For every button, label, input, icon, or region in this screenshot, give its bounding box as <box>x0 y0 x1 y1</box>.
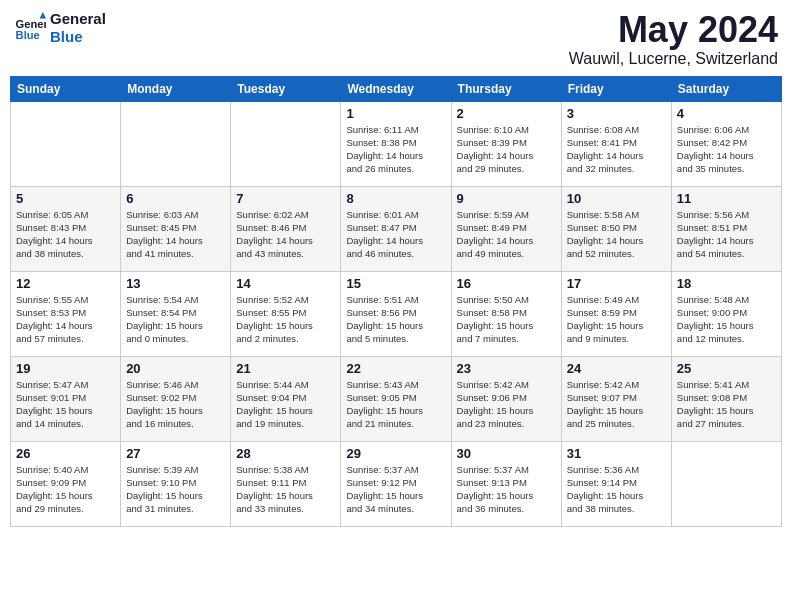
day-number: 29 <box>346 446 445 461</box>
day-number: 6 <box>126 191 225 206</box>
day-info: Sunrise: 5:55 AM Sunset: 8:53 PM Dayligh… <box>16 293 115 346</box>
calendar-cell: 23Sunrise: 5:42 AM Sunset: 9:06 PM Dayli… <box>451 356 561 441</box>
day-number: 2 <box>457 106 556 121</box>
location-subtitle: Wauwil, Lucerne, Switzerland <box>569 50 778 68</box>
day-number: 31 <box>567 446 666 461</box>
day-number: 21 <box>236 361 335 376</box>
day-number: 5 <box>16 191 115 206</box>
title-block: May 2024 Wauwil, Lucerne, Switzerland <box>569 10 778 68</box>
day-info: Sunrise: 5:50 AM Sunset: 8:58 PM Dayligh… <box>457 293 556 346</box>
calendar-header-monday: Monday <box>121 76 231 101</box>
day-number: 13 <box>126 276 225 291</box>
calendar-cell: 4Sunrise: 6:06 AM Sunset: 8:42 PM Daylig… <box>671 101 781 186</box>
day-number: 11 <box>677 191 776 206</box>
calendar-cell: 12Sunrise: 5:55 AM Sunset: 8:53 PM Dayli… <box>11 271 121 356</box>
day-info: Sunrise: 6:08 AM Sunset: 8:41 PM Dayligh… <box>567 123 666 176</box>
day-info: Sunrise: 5:46 AM Sunset: 9:02 PM Dayligh… <box>126 378 225 431</box>
calendar-week-row: 1Sunrise: 6:11 AM Sunset: 8:38 PM Daylig… <box>11 101 782 186</box>
day-number: 1 <box>346 106 445 121</box>
calendar-cell: 30Sunrise: 5:37 AM Sunset: 9:13 PM Dayli… <box>451 441 561 526</box>
svg-text:General: General <box>16 18 46 30</box>
calendar-cell: 26Sunrise: 5:40 AM Sunset: 9:09 PM Dayli… <box>11 441 121 526</box>
page-header: General Blue General Blue May 2024 Wauwi… <box>10 10 782 68</box>
day-info: Sunrise: 5:37 AM Sunset: 9:12 PM Dayligh… <box>346 463 445 516</box>
calendar-cell <box>231 101 341 186</box>
day-number: 25 <box>677 361 776 376</box>
day-info: Sunrise: 5:39 AM Sunset: 9:10 PM Dayligh… <box>126 463 225 516</box>
calendar-week-row: 19Sunrise: 5:47 AM Sunset: 9:01 PM Dayli… <box>11 356 782 441</box>
day-info: Sunrise: 5:54 AM Sunset: 8:54 PM Dayligh… <box>126 293 225 346</box>
calendar-cell: 16Sunrise: 5:50 AM Sunset: 8:58 PM Dayli… <box>451 271 561 356</box>
calendar-cell <box>671 441 781 526</box>
calendar-cell: 17Sunrise: 5:49 AM Sunset: 8:59 PM Dayli… <box>561 271 671 356</box>
day-number: 28 <box>236 446 335 461</box>
calendar-header-sunday: Sunday <box>11 76 121 101</box>
day-number: 18 <box>677 276 776 291</box>
calendar-cell: 6Sunrise: 6:03 AM Sunset: 8:45 PM Daylig… <box>121 186 231 271</box>
day-info: Sunrise: 5:42 AM Sunset: 9:07 PM Dayligh… <box>567 378 666 431</box>
day-info: Sunrise: 5:38 AM Sunset: 9:11 PM Dayligh… <box>236 463 335 516</box>
calendar-cell: 31Sunrise: 5:36 AM Sunset: 9:14 PM Dayli… <box>561 441 671 526</box>
calendar-cell: 3Sunrise: 6:08 AM Sunset: 8:41 PM Daylig… <box>561 101 671 186</box>
calendar-cell: 24Sunrise: 5:42 AM Sunset: 9:07 PM Dayli… <box>561 356 671 441</box>
calendar-cell: 15Sunrise: 5:51 AM Sunset: 8:56 PM Dayli… <box>341 271 451 356</box>
calendar-cell: 21Sunrise: 5:44 AM Sunset: 9:04 PM Dayli… <box>231 356 341 441</box>
calendar-cell <box>11 101 121 186</box>
calendar-cell: 11Sunrise: 5:56 AM Sunset: 8:51 PM Dayli… <box>671 186 781 271</box>
calendar-cell: 27Sunrise: 5:39 AM Sunset: 9:10 PM Dayli… <box>121 441 231 526</box>
day-info: Sunrise: 5:42 AM Sunset: 9:06 PM Dayligh… <box>457 378 556 431</box>
calendar-week-row: 12Sunrise: 5:55 AM Sunset: 8:53 PM Dayli… <box>11 271 782 356</box>
day-number: 20 <box>126 361 225 376</box>
day-info: Sunrise: 5:40 AM Sunset: 9:09 PM Dayligh… <box>16 463 115 516</box>
day-info: Sunrise: 5:56 AM Sunset: 8:51 PM Dayligh… <box>677 208 776 261</box>
calendar-header-saturday: Saturday <box>671 76 781 101</box>
day-number: 9 <box>457 191 556 206</box>
day-number: 30 <box>457 446 556 461</box>
calendar-header-wednesday: Wednesday <box>341 76 451 101</box>
calendar-cell: 28Sunrise: 5:38 AM Sunset: 9:11 PM Dayli… <box>231 441 341 526</box>
calendar-cell: 8Sunrise: 6:01 AM Sunset: 8:47 PM Daylig… <box>341 186 451 271</box>
calendar-week-row: 5Sunrise: 6:05 AM Sunset: 8:43 PM Daylig… <box>11 186 782 271</box>
day-info: Sunrise: 5:58 AM Sunset: 8:50 PM Dayligh… <box>567 208 666 261</box>
day-number: 19 <box>16 361 115 376</box>
day-info: Sunrise: 5:51 AM Sunset: 8:56 PM Dayligh… <box>346 293 445 346</box>
day-info: Sunrise: 5:44 AM Sunset: 9:04 PM Dayligh… <box>236 378 335 431</box>
day-info: Sunrise: 6:01 AM Sunset: 8:47 PM Dayligh… <box>346 208 445 261</box>
day-number: 12 <box>16 276 115 291</box>
day-number: 10 <box>567 191 666 206</box>
day-info: Sunrise: 5:43 AM Sunset: 9:05 PM Dayligh… <box>346 378 445 431</box>
day-info: Sunrise: 6:06 AM Sunset: 8:42 PM Dayligh… <box>677 123 776 176</box>
day-info: Sunrise: 5:36 AM Sunset: 9:14 PM Dayligh… <box>567 463 666 516</box>
calendar-header-thursday: Thursday <box>451 76 561 101</box>
calendar-cell: 22Sunrise: 5:43 AM Sunset: 9:05 PM Dayli… <box>341 356 451 441</box>
calendar-cell: 29Sunrise: 5:37 AM Sunset: 9:12 PM Dayli… <box>341 441 451 526</box>
day-number: 15 <box>346 276 445 291</box>
day-info: Sunrise: 5:41 AM Sunset: 9:08 PM Dayligh… <box>677 378 776 431</box>
day-info: Sunrise: 6:03 AM Sunset: 8:45 PM Dayligh… <box>126 208 225 261</box>
day-info: Sunrise: 6:02 AM Sunset: 8:46 PM Dayligh… <box>236 208 335 261</box>
day-number: 16 <box>457 276 556 291</box>
day-info: Sunrise: 6:10 AM Sunset: 8:39 PM Dayligh… <box>457 123 556 176</box>
day-number: 8 <box>346 191 445 206</box>
day-info: Sunrise: 5:37 AM Sunset: 9:13 PM Dayligh… <box>457 463 556 516</box>
day-number: 23 <box>457 361 556 376</box>
day-info: Sunrise: 6:05 AM Sunset: 8:43 PM Dayligh… <box>16 208 115 261</box>
calendar-cell <box>121 101 231 186</box>
calendar-cell: 18Sunrise: 5:48 AM Sunset: 9:00 PM Dayli… <box>671 271 781 356</box>
day-number: 3 <box>567 106 666 121</box>
day-number: 4 <box>677 106 776 121</box>
svg-text:Blue: Blue <box>16 29 40 41</box>
calendar-cell: 7Sunrise: 6:02 AM Sunset: 8:46 PM Daylig… <box>231 186 341 271</box>
calendar-cell: 10Sunrise: 5:58 AM Sunset: 8:50 PM Dayli… <box>561 186 671 271</box>
day-info: Sunrise: 5:48 AM Sunset: 9:00 PM Dayligh… <box>677 293 776 346</box>
calendar-cell: 9Sunrise: 5:59 AM Sunset: 8:49 PM Daylig… <box>451 186 561 271</box>
calendar-header-row: SundayMondayTuesdayWednesdayThursdayFrid… <box>11 76 782 101</box>
day-number: 22 <box>346 361 445 376</box>
calendar-cell: 13Sunrise: 5:54 AM Sunset: 8:54 PM Dayli… <box>121 271 231 356</box>
day-number: 14 <box>236 276 335 291</box>
logo-icon: General Blue <box>14 12 46 44</box>
calendar-week-row: 26Sunrise: 5:40 AM Sunset: 9:09 PM Dayli… <box>11 441 782 526</box>
day-info: Sunrise: 5:59 AM Sunset: 8:49 PM Dayligh… <box>457 208 556 261</box>
day-info: Sunrise: 5:49 AM Sunset: 8:59 PM Dayligh… <box>567 293 666 346</box>
calendar-cell: 1Sunrise: 6:11 AM Sunset: 8:38 PM Daylig… <box>341 101 451 186</box>
